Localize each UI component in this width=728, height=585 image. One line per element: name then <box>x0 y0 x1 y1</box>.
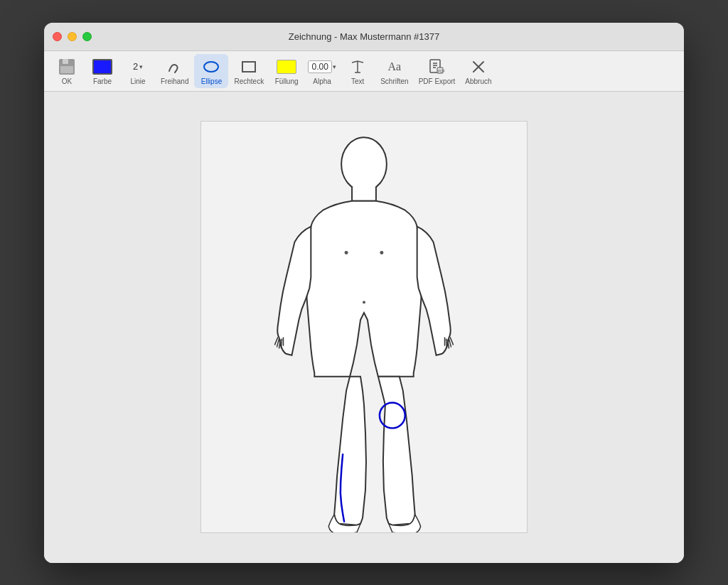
farbe-button[interactable]: Farbe <box>85 54 119 88</box>
minimize-button[interactable] <box>68 32 77 41</box>
save-icon <box>57 57 77 77</box>
titlebar: Zeichnung - Max Mustermann #1377 <box>44 23 684 51</box>
ellipse-icon <box>201 57 221 77</box>
drawing-canvas[interactable] <box>200 121 528 533</box>
linie-button[interactable]: 2 ▾ Linie <box>121 54 155 88</box>
freihand-label: Freihand <box>161 77 188 85</box>
text-button[interactable]: Text <box>341 54 375 88</box>
ok-button[interactable]: OK <box>50 54 84 88</box>
ok-label: OK <box>62 77 72 85</box>
linie-dropdown-arrow: ▾ <box>139 63 143 70</box>
abbruch-label: Abbruch <box>465 77 491 85</box>
rechteck-button[interactable]: Rechteck <box>230 54 268 88</box>
svg-rect-2 <box>60 66 73 73</box>
ellipse-label: Ellipse <box>201 77 222 85</box>
ellipse-button[interactable]: Ellipse <box>194 54 228 88</box>
rechteck-icon <box>239 57 259 77</box>
abbruch-button[interactable]: Abbruch <box>461 54 496 88</box>
traffic-lights <box>53 32 92 41</box>
close-button[interactable] <box>53 32 62 41</box>
schriften-icon: Aa <box>385 57 405 77</box>
color-swatch-icon <box>92 57 112 77</box>
toolbar: OK Farbe 2 ▾ Linie Freihand <box>44 51 684 92</box>
text-label: Text <box>351 77 364 85</box>
svg-text:PDF: PDF <box>438 69 445 73</box>
main-window: Zeichnung - Max Mustermann #1377 OK Farb… <box>44 23 684 563</box>
linie-value: 2 <box>133 61 138 72</box>
pdf-export-label: PDF Export <box>419 77 456 85</box>
freihand-button[interactable]: Freihand <box>156 54 193 88</box>
rechteck-label: Rechteck <box>234 77 264 85</box>
schriften-button[interactable]: Aa Schriften <box>376 54 412 88</box>
fuellung-button[interactable]: Füllung <box>269 54 304 88</box>
fuellung-label: Füllung <box>275 77 299 85</box>
svg-point-17 <box>363 301 365 304</box>
canvas-area[interactable] <box>44 92 684 563</box>
abbruch-icon <box>469 57 488 77</box>
alpha-dropdown-arrow: ▾ <box>333 63 336 70</box>
pdf-export-button[interactable]: PDF PDF Export <box>414 54 460 88</box>
svg-point-16 <box>380 251 383 254</box>
schriften-label: Schriften <box>380 77 408 85</box>
svg-point-15 <box>345 251 348 254</box>
window-title: Zeichnung - Max Mustermann #1377 <box>289 31 439 42</box>
alpha-value: 0.00 <box>308 60 331 73</box>
svg-point-14 <box>341 137 387 191</box>
pdf-export-icon: PDF <box>427 57 446 77</box>
text-icon <box>348 57 368 77</box>
alpha-icon: 0.00 ▾ <box>312 57 332 77</box>
freihand-icon <box>165 57 185 77</box>
linie-label: Linie <box>130 77 145 85</box>
linie-icon: 2 ▾ <box>128 57 148 77</box>
fuellung-icon <box>277 57 296 77</box>
farbe-label: Farbe <box>93 77 112 85</box>
alpha-button[interactable]: 0.00 ▾ Alpha <box>305 54 339 88</box>
maximize-button[interactable] <box>82 32 92 41</box>
alpha-label: Alpha <box>313 77 331 85</box>
svg-rect-1 <box>63 59 68 64</box>
